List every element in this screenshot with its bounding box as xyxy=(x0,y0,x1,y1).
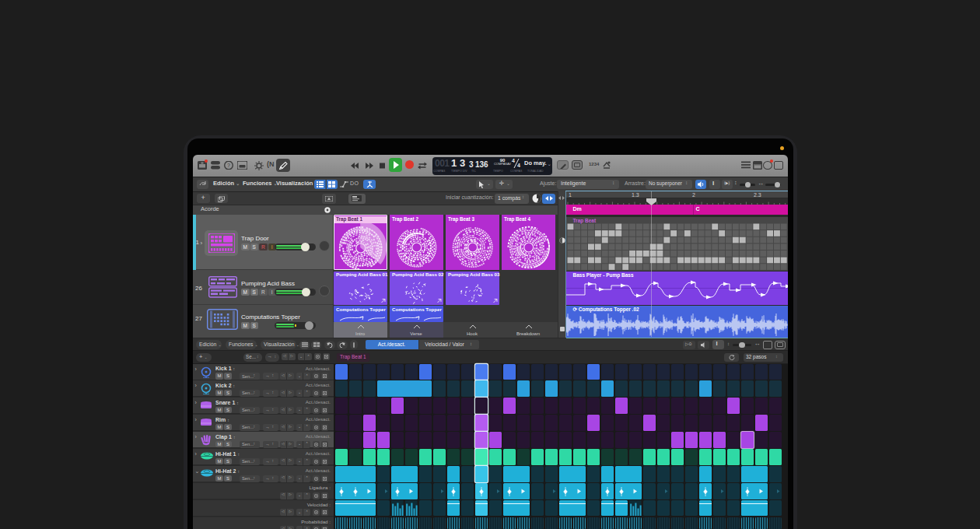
svg-text:?: ? xyxy=(227,163,230,168)
